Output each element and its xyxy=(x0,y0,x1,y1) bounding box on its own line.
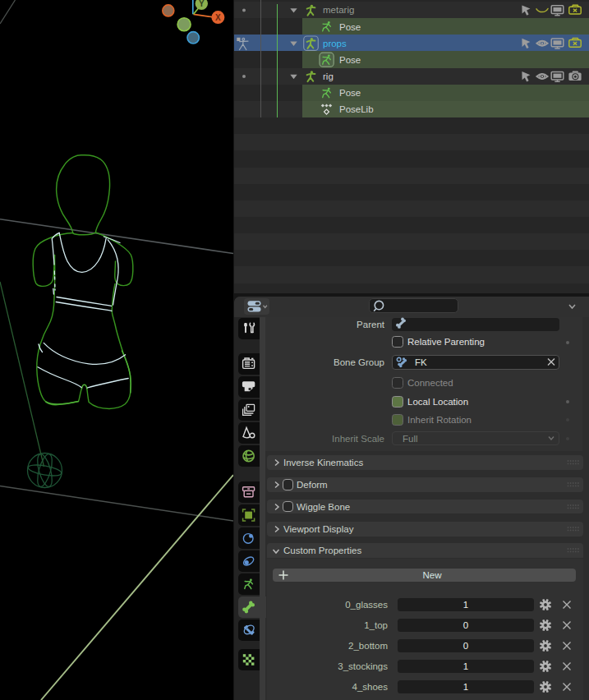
svg-text:Y: Y xyxy=(199,0,205,8)
svg-text:X: X xyxy=(215,13,221,22)
